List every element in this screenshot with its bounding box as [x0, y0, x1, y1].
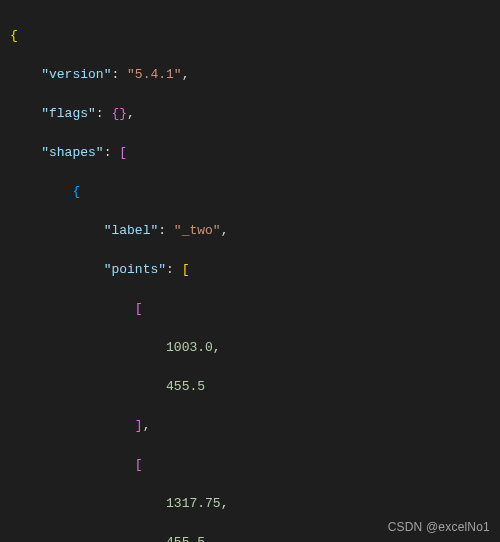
point-1-x: 1317.75: [166, 496, 221, 511]
open-brace: {: [10, 28, 18, 43]
code-editor[interactable]: { "version": "5.4.1", "flags": {}, "shap…: [0, 0, 500, 542]
key-points: "points": [104, 262, 166, 277]
key-flags: "flags": [41, 106, 96, 121]
point-0-y: 455.5: [166, 379, 205, 394]
val-label: "_two": [174, 223, 221, 238]
key-shapes: "shapes": [41, 145, 103, 160]
key-label: "label": [104, 223, 159, 238]
point-1-y: 455.5: [166, 535, 205, 543]
val-version: "5.4.1": [127, 67, 182, 82]
key-version: "version": [41, 67, 111, 82]
point-0-x: 1003.0: [166, 340, 213, 355]
watermark-text: CSDN @excelNo1: [388, 518, 490, 536]
